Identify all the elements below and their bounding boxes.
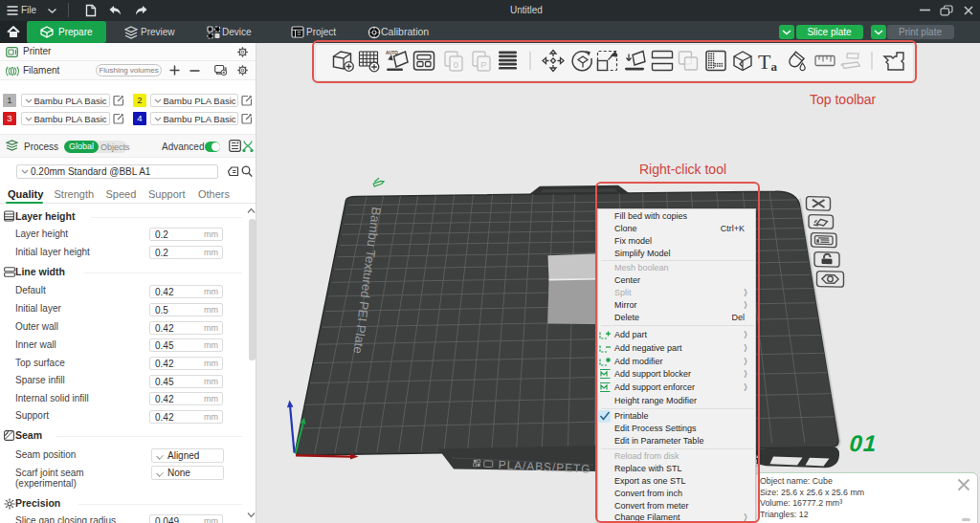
- svg-text:01: 01: [849, 431, 879, 457]
